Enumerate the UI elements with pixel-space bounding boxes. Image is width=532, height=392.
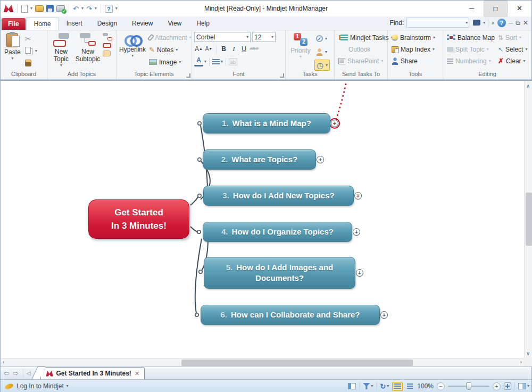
new-document-dropdown[interactable]: ▾ <box>30 6 32 11</box>
callout-icon[interactable] <box>103 51 111 56</box>
detail-dropdown[interactable]: ▾ <box>387 384 389 388</box>
split-topic-button[interactable]: Split Topic▾ <box>445 44 496 55</box>
expand-plus-topic-2[interactable]: + <box>317 156 324 163</box>
strikethrough-button[interactable]: ABC <box>250 44 259 54</box>
redo-icon[interactable]: ↷ <box>86 5 92 12</box>
topic-1[interactable]: 1.What is a Mind Map? <box>203 113 330 134</box>
print-icon[interactable] <box>56 5 65 12</box>
customize-qat-dropdown[interactable]: ▾ <box>115 6 118 11</box>
dialog-launcher-icon[interactable] <box>186 73 190 78</box>
grow-font-button[interactable]: A▲ <box>194 44 203 54</box>
filter-icon[interactable] <box>363 383 370 389</box>
shrink-font-button[interactable]: A▼ <box>204 44 213 54</box>
attachment-button[interactable]: Attachment▾ <box>147 32 193 43</box>
font-family-select[interactable]: Corbel▾ <box>194 32 251 42</box>
resources-icon[interactable] <box>316 48 323 56</box>
share-button[interactable]: Share <box>390 55 419 66</box>
tab-help[interactable]: Help <box>189 18 217 30</box>
new-document-icon[interactable] <box>21 5 28 13</box>
expand-plus-topic-4[interactable]: + <box>353 228 360 236</box>
tab-home[interactable]: Home <box>26 18 59 30</box>
zoom-in-icon[interactable]: + <box>493 382 501 390</box>
notes-button[interactable]: ✎Notes▾ <box>147 44 193 55</box>
expand-plus-topic-1[interactable]: + <box>331 120 338 127</box>
save-icon[interactable] <box>46 5 54 12</box>
help-icon[interactable]: ? <box>105 5 113 13</box>
priority-button[interactable]: 12 Priority ▾ <box>288 32 313 60</box>
nav-forward-icon[interactable]: ⇨ <box>13 369 19 377</box>
topic-3[interactable]: 3.How do I Add New Topics? <box>203 186 354 206</box>
doc-close-icon[interactable]: ✕ <box>523 19 528 27</box>
numbering-button[interactable]: Numbering▾ <box>445 55 496 66</box>
help-ball-icon[interactable]: ? <box>497 19 506 27</box>
tab-file[interactable]: File <box>2 18 26 30</box>
central-topic[interactable]: Get Started In 3 Minutes! <box>88 199 189 239</box>
tab-insert[interactable]: Insert <box>59 18 90 30</box>
scroll-left-arrow[interactable]: ‹ <box>3 359 4 365</box>
task-info-clock-icon[interactable]: ◷ <box>317 61 323 69</box>
clear-button[interactable]: ✗Clear▾ <box>496 55 529 66</box>
balance-map-button[interactable]: Balance Map <box>445 32 496 43</box>
search-options-dropdown[interactable]: ▾ <box>483 21 485 25</box>
horizontal-scrollbar[interactable]: ‹ › <box>1 358 524 366</box>
expand-map-icon[interactable] <box>407 383 413 389</box>
bold-button[interactable]: B <box>219 44 228 54</box>
login-link[interactable]: Log In to Mindjet <box>16 382 64 390</box>
zoom-out-icon[interactable]: − <box>437 382 445 390</box>
sharepoint-button[interactable]: SharePoint▾ <box>337 55 385 66</box>
image-button[interactable]: Image▾ <box>147 56 193 68</box>
align-dropdown[interactable]: ▾ <box>221 60 223 64</box>
new-subtopic-button[interactable]: New Subtopic <box>74 32 102 64</box>
sort-button[interactable]: ⇅Sort▾ <box>496 32 529 43</box>
binoculars-icon[interactable] <box>472 20 480 26</box>
task-info-dropdown[interactable]: ▾ <box>326 63 328 68</box>
font-color-dropdown[interactable]: ▾ <box>204 60 206 64</box>
floating-topic-icon[interactable] <box>103 43 111 48</box>
doc-tab-close-icon[interactable]: ✕ <box>135 370 139 377</box>
redo-dropdown[interactable]: ▾ <box>95 6 97 11</box>
tab-scroll-left-icon[interactable]: ◁ <box>27 370 31 376</box>
find-input[interactable] <box>406 18 469 28</box>
format-painter-icon[interactable] <box>25 60 31 66</box>
scroll-right-arrow[interactable]: › <box>520 359 522 365</box>
topic-6[interactable]: 6.How can I Collaborate and Share? <box>201 305 380 325</box>
zoom-slider[interactable] <box>448 386 489 387</box>
resources-dropdown[interactable]: ▾ <box>325 50 327 54</box>
copy-icon[interactable] <box>25 47 31 54</box>
vertical-scrollbar[interactable]: ∧ ∨ <box>524 81 532 358</box>
detail-level-icon[interactable]: ↻ <box>380 382 386 390</box>
copy-dropdown[interactable]: ▾ <box>35 49 37 53</box>
hyperlink-button[interactable]: Hyperlink ▾ <box>119 32 146 59</box>
zoom-slider-thumb[interactable] <box>466 382 471 390</box>
italic-button[interactable]: I <box>229 44 238 54</box>
collapse-map-icon[interactable] <box>394 383 401 389</box>
brainstorm-button[interactable]: Brainstorm▾ <box>390 32 437 43</box>
doc-restore-icon[interactable]: ⧉ <box>516 19 520 27</box>
cut-icon[interactable]: ✂ <box>25 35 31 43</box>
font-size-select[interactable]: 12▾ <box>252 32 276 42</box>
close-button[interactable]: ✕ <box>508 1 531 16</box>
find-dropdown[interactable]: ▾ <box>466 21 468 25</box>
fit-map-icon[interactable] <box>504 382 511 390</box>
expand-plus-topic-3[interactable]: + <box>354 192 362 199</box>
tab-view[interactable]: View <box>160 18 189 30</box>
expand-plus-topic-6[interactable]: + <box>380 311 388 319</box>
undo-icon[interactable]: ↶ <box>73 5 79 12</box>
mindjet-tasks-button[interactable]: Mindjet Tasks▾ <box>337 32 395 43</box>
new-topic-button[interactable]: New Topic ▾ <box>49 32 73 69</box>
outlook-button[interactable]: Outlook <box>337 44 372 55</box>
insert-topic-after-icon[interactable] <box>103 33 112 40</box>
view-mode-icon[interactable] <box>518 383 526 389</box>
filter-dropdown[interactable]: ▾ <box>371 384 373 388</box>
topic-5[interactable]: 5.How do I Add Images and Documents? <box>204 257 355 289</box>
progress-icon[interactable]: ✓ <box>316 35 323 42</box>
highlight-icon[interactable]: ab <box>229 59 237 65</box>
login-dropdown[interactable]: ▾ <box>66 384 69 388</box>
dialog-launcher-icon[interactable] <box>280 73 284 78</box>
document-tab[interactable]: Get Started In 3 Minutes! ✕ <box>40 367 145 379</box>
underline-button[interactable]: U <box>239 44 248 54</box>
progress-dropdown[interactable]: ▾ <box>325 37 327 41</box>
map-index-button[interactable]: Map Index▾ <box>390 44 436 55</box>
doc-minimize-icon[interactable]: ─ <box>509 19 513 27</box>
paste-button[interactable]: Paste ▾ <box>3 32 22 62</box>
